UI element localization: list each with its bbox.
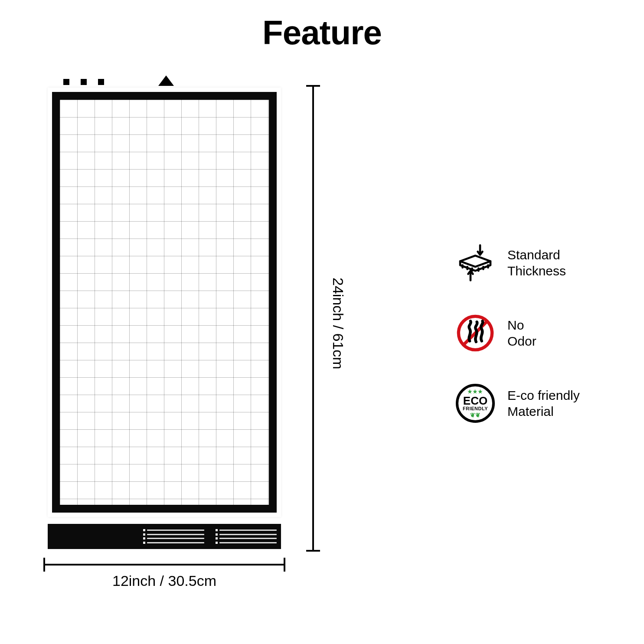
- feature-thickness: Standard Thickness: [455, 243, 629, 283]
- grid-icon: [60, 100, 269, 505]
- eco-badge-top: ECO: [463, 395, 487, 406]
- thickness-icon: [455, 243, 495, 283]
- eco-icon: ★★★ ECO FRIENDLY ❦❦: [455, 383, 495, 423]
- mat-label-strip: [48, 524, 281, 549]
- feature-no-odor-label: No Odor: [507, 317, 536, 350]
- feature-eco: ★★★ ECO FRIENDLY ❦❦ E-co friendly Materi…: [455, 383, 629, 423]
- page-title: Feature: [0, 13, 644, 52]
- product-image: [48, 75, 281, 553]
- alignment-marks: [48, 75, 281, 87]
- height-dimension-line: [304, 85, 322, 552]
- width-dimension-label: 12inch / 30.5cm: [43, 572, 285, 589]
- svg-marker-0: [460, 255, 490, 267]
- feature-no-odor: No Odor: [455, 313, 629, 353]
- eco-badge-bottom: FRIENDLY: [463, 406, 488, 411]
- feature-thickness-label: Standard Thickness: [507, 247, 566, 279]
- feed-arrow-icon: [158, 75, 174, 86]
- height-dimension-label: 24inch / 61cm: [330, 278, 347, 369]
- cutting-mat: [48, 88, 281, 517]
- feature-eco-label: E-co friendly Material: [507, 387, 580, 420]
- feature-list: Standard Thickness No Odor ★★★ E: [455, 243, 629, 423]
- no-odor-icon: [455, 313, 495, 353]
